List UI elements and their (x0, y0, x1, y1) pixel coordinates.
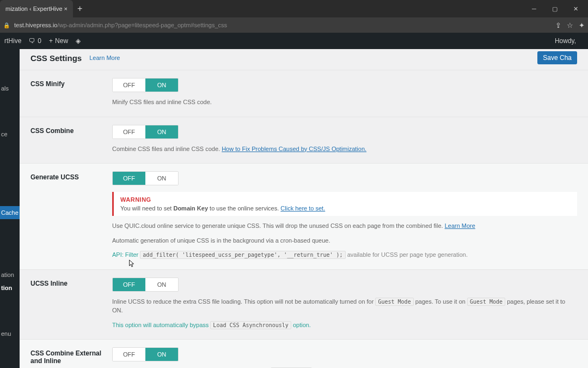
browser-tab-bar: mization ‹ ExpertHive × + ─ ▢ ✕ (0, 0, 588, 17)
toggle-css-combine-ext[interactable]: OFF ON (112, 347, 179, 361)
url-host: test.hivepress.io (14, 22, 57, 28)
bookmark-icon[interactable]: ☆ (567, 21, 573, 29)
sidebar-subitem[interactable]: ation (0, 268, 20, 281)
desc-css-combine: Combine CSS files and inline CSS code. H… (112, 144, 577, 154)
sidebar-item[interactable]: enu (0, 327, 20, 340)
lock-icon: 🔒 (3, 22, 10, 28)
minimize-button[interactable]: ─ (525, 2, 543, 16)
sidebar-subitem-active[interactable]: tion (0, 281, 20, 294)
row-ucss-inline: UCSS Inline OFF ON Inline UCSS to reduce… (20, 269, 588, 340)
toggle-on[interactable]: ON (145, 79, 178, 92)
toggle-on[interactable]: ON (145, 348, 178, 361)
toggle-on[interactable]: ON (145, 125, 178, 138)
adminbar-new[interactable]: + New (49, 37, 68, 45)
toggle-on[interactable]: ON (145, 278, 178, 291)
new-tab-button[interactable]: + (77, 4, 82, 14)
page-title-row: CSS Settings Learn More Save Cha (20, 49, 588, 70)
settings-content: CSS Settings Learn More Save Cha CSS Min… (20, 49, 588, 368)
sidebar-item-active[interactable]: Cache (0, 206, 20, 219)
label-css-combine-ext: CSS Combine External and Inline (30, 347, 112, 368)
maximize-button[interactable]: ▢ (546, 2, 564, 16)
toggle-css-minify[interactable]: OFF ON (112, 78, 179, 92)
toggle-off[interactable]: OFF (113, 79, 145, 92)
label-generate-ucss: Generate UCSS (30, 171, 112, 260)
row-css-combine-ext: CSS Combine External and Inline OFF ON I… (20, 339, 588, 368)
toggle-off[interactable]: OFF (113, 125, 145, 138)
toggle-off[interactable]: OFF (113, 278, 145, 291)
warning-title: WARNING (120, 196, 571, 203)
adminbar-howdy[interactable]: Howdy, (555, 37, 576, 45)
warning-text: You will need to set Domain Key to use t… (120, 205, 571, 212)
sidebar-item[interactable]: ce (0, 128, 20, 141)
link-fix-problems[interactable]: How to Fix Problems Caused by CSS/JS Opt… (222, 146, 366, 152)
tab-title: mization ‹ ExpertHive × (5, 5, 68, 12)
address-bar-row: 🔒 test.hivepress.io/wp-admin/admin.php?p… (0, 17, 588, 33)
label-ucss-inline: UCSS Inline (30, 277, 112, 330)
api-code: add_filter( 'litespeed_ucss_per_pagetype… (140, 251, 345, 259)
address-bar[interactable]: test.hivepress.io/wp-admin/admin.php?pag… (14, 22, 551, 28)
link-click-here-set[interactable]: Click here to set. (280, 205, 325, 212)
save-button[interactable]: Save Cha (537, 51, 577, 64)
extensions-icon[interactable]: ✦ (579, 21, 585, 29)
desc-ucss-2: Automatic generation of unique CSS is in… (112, 236, 577, 245)
learn-more-link[interactable]: Learn More (89, 55, 120, 61)
toggle-off[interactable]: OFF (113, 172, 145, 185)
admin-sidebar: als ce Cache ation tion enu (0, 49, 20, 368)
toggle-on[interactable]: ON (145, 172, 178, 185)
label-css-minify: CSS Minify (30, 78, 112, 107)
toggle-off[interactable]: OFF (113, 348, 145, 361)
desc-ucss-inline-2: This option will automatically bypass Lo… (112, 321, 577, 330)
adminbar-site[interactable]: rtHive (4, 37, 21, 45)
desc-ucss-api: API: Filter add_filter( 'litespeed_ucss_… (112, 250, 577, 260)
desc-ucss-inline-1: Inline UCSS to reduce the extra CSS file… (112, 297, 577, 315)
browser-tab[interactable]: mization ‹ ExpertHive × (0, 0, 73, 17)
page-title: CSS Settings (30, 53, 82, 63)
row-css-minify: CSS Minify OFF ON Minify CSS files and i… (20, 70, 588, 117)
adminbar-litespeed-icon[interactable]: ◈ (76, 37, 81, 45)
share-icon[interactable]: ⇪ (555, 21, 561, 29)
url-path: /wp-admin/admin.php?page=litespeed-page_… (57, 22, 227, 28)
desc-ucss-1: Use QUIC.cloud online service to generat… (112, 221, 577, 231)
row-generate-ucss: Generate UCSS OFF ON WARNING You will ne… (20, 163, 588, 269)
toggle-generate-ucss[interactable]: OFF ON (112, 171, 179, 185)
sidebar-item[interactable]: als (0, 82, 20, 95)
wp-adminbar: rtHive 🗨 0 + New ◈ Howdy, (0, 33, 588, 49)
close-window-button[interactable]: ✕ (566, 2, 585, 16)
row-css-combine: CSS Combine OFF ON Combine CSS files and… (20, 117, 588, 164)
toggle-ucss-inline[interactable]: OFF ON (112, 277, 179, 292)
toggle-css-combine[interactable]: OFF ON (112, 125, 179, 139)
addr-icons: ⇪ ☆ ✦ (555, 21, 585, 29)
window-controls: ─ ▢ ✕ (525, 2, 588, 16)
adminbar-comments[interactable]: 🗨 0 (29, 37, 41, 45)
warning-box: WARNING You will need to set Domain Key … (112, 192, 577, 216)
label-css-combine: CSS Combine (30, 125, 112, 154)
learn-more-link[interactable]: Learn More (445, 222, 475, 229)
desc-css-minify: Minify CSS files and inline CSS code. (112, 98, 577, 107)
